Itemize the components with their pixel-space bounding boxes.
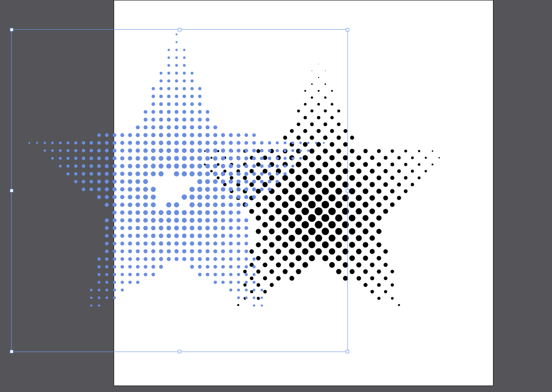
svg-point-840 xyxy=(307,149,310,152)
svg-point-367 xyxy=(105,172,109,176)
svg-point-610 xyxy=(182,257,186,261)
svg-point-808 xyxy=(260,172,264,176)
svg-point-335 xyxy=(82,188,85,191)
svg-point-356 xyxy=(97,265,100,268)
svg-point-752 xyxy=(236,187,241,191)
svg-point-578 xyxy=(174,202,179,207)
svg-point-728 xyxy=(229,164,233,168)
svg-point-779 xyxy=(245,234,248,238)
svg-point-543 xyxy=(167,110,171,114)
svg-point-360 xyxy=(98,296,100,299)
svg-point-358 xyxy=(98,281,101,284)
svg-point-791 xyxy=(252,157,256,161)
svg-point-617 xyxy=(190,117,194,121)
svg-point-805 xyxy=(260,149,264,152)
svg-point-838 xyxy=(299,157,302,160)
svg-point-738 xyxy=(229,242,233,246)
svg-point-337 xyxy=(90,149,93,152)
svg-point-632 xyxy=(190,241,194,246)
svg-point-420 xyxy=(121,250,124,253)
svg-point-561 xyxy=(175,49,177,51)
svg-point-322 xyxy=(66,172,69,175)
svg-point-658 xyxy=(198,257,202,261)
svg-point-604 xyxy=(182,210,187,215)
svg-point-528 xyxy=(158,218,163,222)
svg-point-793 xyxy=(252,172,256,176)
svg-point-643 xyxy=(198,141,202,145)
svg-point-366 xyxy=(105,164,109,168)
svg-point-560 xyxy=(176,41,178,43)
svg-point-706 xyxy=(221,148,225,153)
svg-point-648 xyxy=(197,179,202,184)
svg-point-622 xyxy=(189,156,194,161)
svg-point-669 xyxy=(205,171,210,176)
svg-point-742 xyxy=(229,273,233,276)
svg-point-464 xyxy=(136,265,140,269)
svg-point-490 xyxy=(152,95,155,98)
svg-point-447 xyxy=(136,133,140,137)
svg-point-664 xyxy=(205,133,210,137)
svg-point-761 xyxy=(237,257,240,261)
svg-point-373 xyxy=(105,226,109,230)
svg-point-368 xyxy=(105,179,109,183)
svg-point-659 xyxy=(198,265,202,269)
svg-point-466 xyxy=(136,281,140,284)
svg-point-462 xyxy=(136,249,140,253)
svg-point-730 xyxy=(229,179,233,184)
svg-point-522 xyxy=(159,141,163,145)
svg-point-788 xyxy=(252,133,256,137)
svg-point-485 xyxy=(143,249,147,253)
svg-point-332 xyxy=(82,164,85,168)
svg-point-588 xyxy=(183,64,186,67)
svg-point-739 xyxy=(229,250,233,253)
svg-point-759 xyxy=(237,242,241,246)
svg-point-726 xyxy=(229,148,233,153)
svg-point-580 xyxy=(174,218,179,222)
svg-point-605 xyxy=(182,218,186,222)
svg-point-657 xyxy=(198,249,202,253)
halftone-star-blue-selected[interactable] xyxy=(0,0,552,392)
svg-point-608 xyxy=(182,241,186,246)
svg-point-609 xyxy=(182,249,186,253)
svg-point-343 xyxy=(90,289,93,291)
svg-point-718 xyxy=(221,241,225,245)
svg-point-719 xyxy=(221,250,225,253)
svg-point-767 xyxy=(245,133,248,137)
svg-point-753 xyxy=(236,195,241,199)
svg-point-628 xyxy=(189,210,195,215)
svg-point-677 xyxy=(205,234,210,238)
svg-point-638 xyxy=(198,102,202,106)
svg-point-391 xyxy=(112,195,117,199)
svg-point-394 xyxy=(112,218,116,222)
svg-point-614 xyxy=(190,95,194,98)
svg-point-525 xyxy=(158,164,164,169)
svg-point-327 xyxy=(74,172,78,176)
svg-point-374 xyxy=(105,234,109,238)
svg-point-346 xyxy=(97,133,101,137)
svg-point-556 xyxy=(167,241,171,246)
svg-point-496 xyxy=(151,141,155,145)
svg-point-508 xyxy=(151,241,155,246)
svg-point-734 xyxy=(229,210,233,215)
svg-point-344 xyxy=(90,296,92,299)
svg-point-623 xyxy=(189,164,195,169)
svg-point-601 xyxy=(182,164,187,169)
svg-point-565 xyxy=(175,79,178,82)
svg-point-453 xyxy=(136,179,140,184)
svg-point-363 xyxy=(105,141,109,145)
svg-point-747 xyxy=(236,148,240,152)
svg-point-359 xyxy=(98,289,100,291)
svg-point-630 xyxy=(190,226,195,231)
svg-point-382 xyxy=(105,296,108,299)
svg-point-413 xyxy=(120,195,124,199)
svg-point-419 xyxy=(121,242,124,246)
svg-point-339 xyxy=(90,164,93,168)
svg-point-832 xyxy=(292,142,294,144)
svg-point-340 xyxy=(90,172,93,176)
svg-point-649 xyxy=(197,187,202,192)
svg-point-505 xyxy=(151,218,156,223)
svg-point-351 xyxy=(97,172,101,176)
svg-point-347 xyxy=(97,141,101,145)
svg-point-488 xyxy=(144,273,147,276)
svg-point-618 xyxy=(190,125,194,130)
